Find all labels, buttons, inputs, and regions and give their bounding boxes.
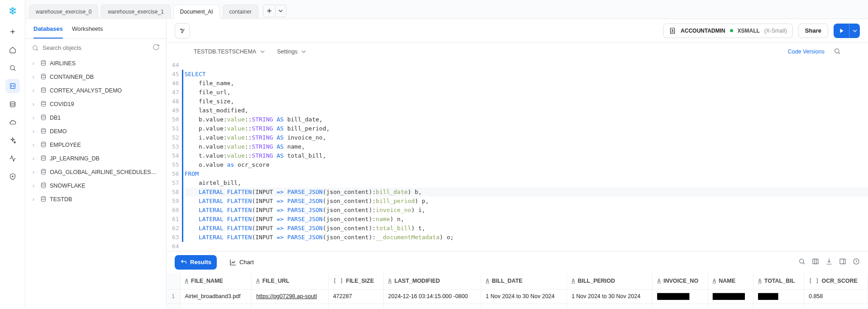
columns-icon[interactable] <box>812 258 819 266</box>
panel-icon[interactable] <box>839 258 846 266</box>
tab-menu-button[interactable] <box>276 5 286 17</box>
nav-rail <box>0 0 25 309</box>
warehouse-name: XSMALL <box>738 28 760 34</box>
svg-point-11 <box>41 142 45 143</box>
tree-item-database[interactable]: ›JP_LEARNING_DB <box>29 152 162 165</box>
tree-item-database[interactable]: ›TESTDB <box>29 193 162 206</box>
tree-item-database[interactable]: ›DB1 <box>29 111 162 125</box>
svg-point-12 <box>41 155 45 157</box>
tree-item-database[interactable]: ›SNOWFLAKE <box>29 179 162 193</box>
svg-point-15 <box>41 196 45 198</box>
side-tab-worksheets[interactable]: Worksheets <box>72 25 103 39</box>
search-icon[interactable] <box>5 61 20 75</box>
search-results-icon[interactable] <box>798 258 806 266</box>
run-menu-button[interactable] <box>849 24 860 38</box>
role-icon <box>669 27 676 34</box>
column-header[interactable]: ATOTAL_BIL <box>754 273 804 289</box>
svg-point-8 <box>41 101 45 102</box>
activity-icon[interactable] <box>5 151 20 166</box>
svg-point-6 <box>41 74 45 75</box>
warehouse-size: (X-Small) <box>764 28 787 34</box>
worksheet-tabs: warehouse_exercise_0 warehouse_exercise_… <box>25 0 868 19</box>
column-header[interactable]: AINVOICE_NO <box>653 273 708 289</box>
svg-point-4 <box>33 45 37 49</box>
svg-rect-23 <box>813 259 818 264</box>
svg-point-22 <box>800 259 804 263</box>
svg-point-13 <box>41 169 45 170</box>
column-header[interactable]: ALAST_MODIFIED <box>383 273 481 289</box>
search-icon <box>32 44 39 52</box>
svg-point-20 <box>672 29 673 31</box>
code-editor[interactable]: 4445464748495051525354555657585960616263… <box>167 61 868 251</box>
column-header[interactable]: ABILL_PERIOD <box>567 273 653 289</box>
column-header[interactable]: ANAME <box>708 273 754 289</box>
add-tab-button[interactable] <box>263 5 276 17</box>
history-icon[interactable] <box>853 258 860 266</box>
sparkle-icon[interactable] <box>5 133 20 148</box>
tree-item-database[interactable]: ›CORTEX_ANALYST_DEMO <box>29 84 162 97</box>
role-name: ACCOUNTADMIN <box>681 28 725 34</box>
results-table: AFILE_NAMEAFILE_URL[ ]FILE_SIZEALAST_MOD… <box>167 273 868 309</box>
svg-point-2 <box>10 101 15 103</box>
share-button[interactable]: Share <box>798 24 828 38</box>
svg-point-17 <box>182 30 183 31</box>
admin-icon[interactable] <box>5 169 20 184</box>
tab-warehouse-exercise-1[interactable]: warehouse_exercise_1 <box>101 5 170 19</box>
search-input[interactable] <box>43 44 149 51</box>
run-button[interactable] <box>834 24 849 38</box>
column-header[interactable]: [ ]OCR_SCORE <box>804 273 868 289</box>
svg-point-0 <box>10 66 14 70</box>
tab-document-ai[interactable]: Document_AI <box>173 5 220 19</box>
svg-point-7 <box>41 87 45 89</box>
column-header[interactable]: AFILE_NAME <box>180 273 252 289</box>
worksheets-icon[interactable] <box>5 79 20 93</box>
svg-rect-24 <box>840 259 845 264</box>
svg-point-3 <box>12 176 13 177</box>
chart-tab[interactable]: Chart <box>224 255 259 270</box>
settings-dropdown[interactable]: Settings <box>277 48 307 55</box>
status-dot <box>730 29 733 32</box>
search-code-icon[interactable] <box>834 48 841 56</box>
chart-icon <box>229 259 237 266</box>
table-row[interactable]: 1Airtel_broadband3.pdfhttps://pg07298.ap… <box>167 289 868 303</box>
settings-label: Settings <box>277 48 297 55</box>
data-icon[interactable] <box>5 97 20 111</box>
column-header[interactable]: AFILE_URL <box>252 273 329 289</box>
tab-warehouse-exercise-0[interactable]: warehouse_exercise_0 <box>29 5 98 19</box>
home-icon[interactable] <box>5 43 20 57</box>
cloud-icon[interactable] <box>5 115 20 130</box>
filter-button[interactable] <box>175 23 190 39</box>
context-schema-label: TESTDB.TESTSCHEMA <box>194 48 256 55</box>
chart-label: Chart <box>239 259 254 266</box>
svg-point-16 <box>181 29 181 29</box>
code-versions-link[interactable]: Code Versions <box>788 48 825 55</box>
tree-item-database[interactable]: ›AIRLINES <box>29 57 162 70</box>
refresh-icon[interactable] <box>153 43 160 52</box>
svg-point-14 <box>41 183 45 184</box>
context-schema[interactable]: TESTDB.TESTSCHEMA <box>194 48 266 55</box>
side-tab-databases[interactable]: Databases <box>33 25 63 39</box>
role-warehouse-selector[interactable]: ACCOUNTADMIN XSMALL (X-Small) <box>663 24 793 38</box>
download-icon[interactable] <box>825 258 833 266</box>
tree-item-database[interactable]: ›OAG_GLOBAL_AIRLINE_SCHEDULES_S... <box>29 165 162 179</box>
return-icon <box>180 259 187 266</box>
tree-item-database[interactable]: ›COVID19 <box>29 97 162 111</box>
tree-item-database[interactable]: ›CONTAINER_DB <box>29 70 162 84</box>
tab-container[interactable]: container <box>223 5 258 19</box>
svg-point-10 <box>41 128 45 130</box>
column-header[interactable]: ABILL_DATE <box>481 273 567 289</box>
results-tab[interactable]: Results <box>175 255 217 270</box>
tree-item-database[interactable]: ›EMPLOYEE <box>29 138 162 152</box>
object-explorer: Databases Worksheets ›AIRLINES›CONTAINER… <box>25 19 167 309</box>
results-label: Results <box>190 259 211 266</box>
column-header[interactable]: [ ]FILE_SIZE <box>328 273 383 289</box>
tree-item-database[interactable]: ›DEMO <box>29 125 162 138</box>
add-button[interactable] <box>5 24 20 39</box>
chevron-down-icon <box>259 48 266 55</box>
svg-point-9 <box>41 115 45 116</box>
chevron-down-icon <box>300 48 307 55</box>
svg-point-5 <box>41 60 45 62</box>
svg-point-21 <box>835 48 839 53</box>
database-tree: ›AIRLINES›CONTAINER_DB›CORTEX_ANALYST_DE… <box>25 57 166 309</box>
svg-point-18 <box>181 32 182 33</box>
